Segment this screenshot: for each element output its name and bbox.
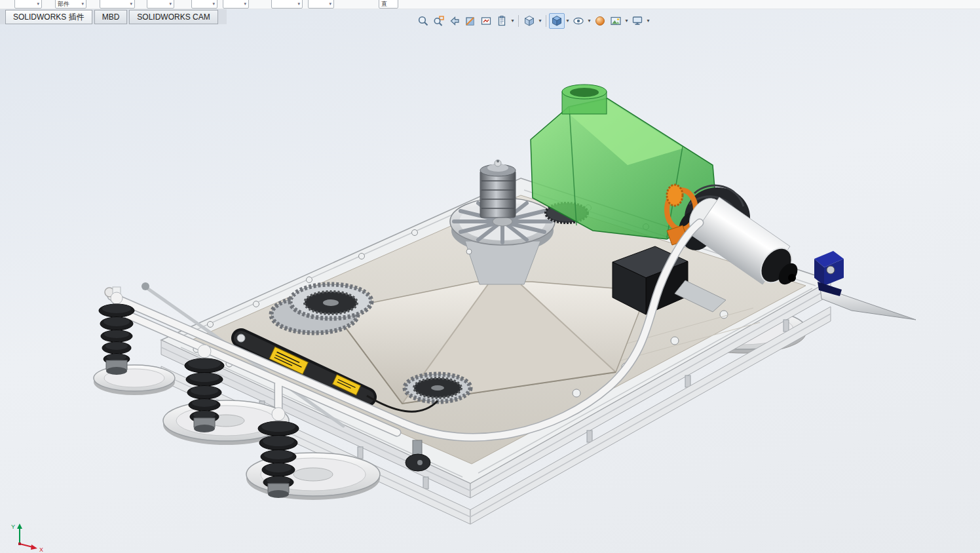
ribbon-partial-control[interactable]: ▾ (271, 0, 303, 9)
ribbon-partial-control-component[interactable]: 部件▾ (55, 0, 86, 9)
hide-show-items-button[interactable] (571, 13, 586, 29)
display-style-shaded-cube-icon (551, 15, 563, 27)
command-manager-tabs: SOLIDWORKS 插件 MBD SOLIDWORKS CAM (0, 9, 227, 24)
hide-show-eye-icon (573, 15, 584, 27)
ribbon-strip-clipped: ▾ 部件▾ ▾ ▾ ▾ ▾ ▾ ▾ 直 (0, 0, 980, 9)
annotations-icon (496, 15, 508, 27)
heads-up-view-toolbar: ▾ ▾ ▾ ▾ (415, 12, 651, 29)
toolbar-separator (546, 15, 546, 27)
edit-appearance-button[interactable] (592, 13, 608, 29)
toolbar-separator (518, 15, 519, 27)
ribbon-partial-control[interactable]: ▾ (100, 0, 135, 9)
tab-solidworks-cam[interactable]: SOLIDWORKS CAM (129, 10, 217, 24)
apply-scene-icon (610, 15, 622, 27)
orientation-triad: Y X (4, 518, 50, 553)
view-settings-monitor-icon (631, 15, 643, 27)
zoom-to-fit-button[interactable] (415, 13, 431, 29)
view-orientation-dropdown-caret[interactable]: ▾ (537, 13, 543, 29)
apply-scene-dropdown-caret[interactable]: ▾ (624, 13, 630, 29)
section-view-button[interactable] (462, 13, 478, 29)
previous-view-icon (449, 15, 461, 27)
section-view-icon (464, 15, 476, 27)
apply-scene-button[interactable] (608, 13, 624, 29)
ribbon-partial-control[interactable]: ▾ (223, 0, 249, 9)
triad-y-label: Y (11, 524, 15, 530)
ribbon-partial-control-vertical[interactable]: 直 (379, 0, 398, 9)
view-orientation-cube-icon (523, 15, 535, 27)
solidworks-window: ▾ 部件▾ ▾ ▾ ▾ ▾ ▾ ▾ 直 SOLIDWORKS 插件 MBD SO… (0, 0, 980, 553)
ribbon-partial-control[interactable]: ▾ (14, 0, 42, 9)
3d-drawing-view-button[interactable] (478, 13, 494, 29)
view-orientation-button[interactable] (521, 13, 537, 29)
zoom-to-area-button[interactable] (431, 13, 447, 29)
ribbon-partial-control[interactable]: ▾ (147, 0, 174, 9)
ribbon-partial-control[interactable]: ▾ (308, 0, 334, 9)
zoom-to-area-icon (433, 15, 445, 27)
display-style-dropdown-caret[interactable]: ▾ (565, 13, 571, 29)
graphics-area-background[interactable] (0, 9, 980, 553)
tab-solidworks-addins[interactable]: SOLIDWORKS 插件 (5, 10, 92, 24)
annotations-button[interactable] (494, 13, 510, 29)
zoom-to-fit-icon (417, 15, 429, 27)
hide-show-dropdown-caret[interactable]: ▾ (586, 13, 592, 29)
tab-mbd[interactable]: MBD (94, 10, 128, 24)
triad-origin (18, 543, 21, 545)
view-settings-button[interactable] (630, 13, 645, 29)
view-settings-dropdown-caret[interactable]: ▾ (645, 13, 651, 29)
triad-x-label: X (39, 546, 43, 553)
display-style-button[interactable] (549, 13, 565, 29)
3d-drawing-view-icon (480, 15, 492, 27)
ribbon-partial-control[interactable]: ▾ (191, 0, 217, 9)
previous-view-button[interactable] (447, 13, 462, 29)
edit-appearance-sphere-icon (594, 15, 606, 27)
annotations-dropdown-caret[interactable]: ▾ (510, 13, 516, 29)
